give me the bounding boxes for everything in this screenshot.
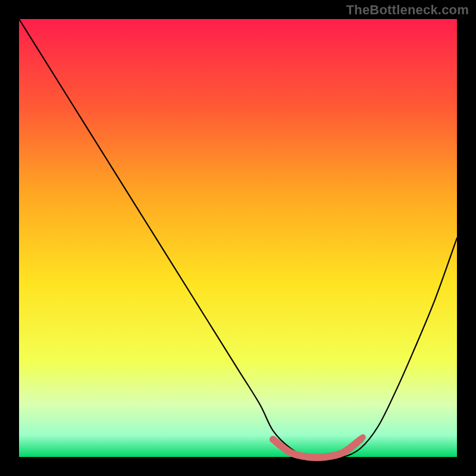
chart-stage: TheBottleneck.com <box>0 0 476 476</box>
bottleneck-chart <box>0 0 476 476</box>
watermark-text: TheBottleneck.com <box>346 2 469 18</box>
plot-background <box>19 19 457 457</box>
optimal-marker <box>360 434 366 440</box>
